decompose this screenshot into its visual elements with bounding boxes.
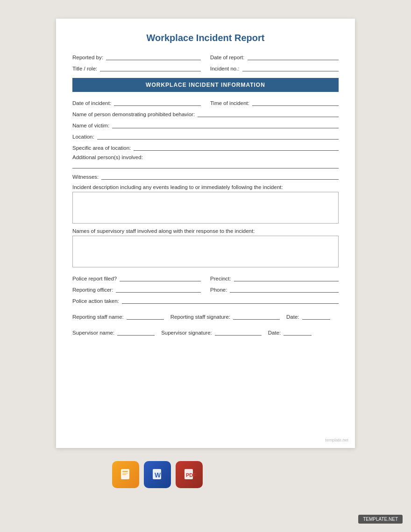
document-title: Workplace Incident Report — [72, 33, 339, 43]
phone-group: Phone: — [210, 285, 339, 293]
date-time-row: Date of incident: Time of incident: — [72, 98, 339, 106]
police-section: Police report filed? Precinct: Reporting… — [72, 274, 339, 304]
signature-section: Reporting staff name: Reporting staff si… — [72, 312, 339, 336]
pages-icon[interactable] — [112, 461, 139, 488]
specific-area-label: Specific area of location: — [72, 145, 131, 151]
supervisory-label: Names of supervisory staff involved alon… — [72, 228, 339, 234]
prohibited-behavior-row: Name of person demonstrating prohibited … — [72, 110, 339, 117]
pdf-icon[interactable]: PDF — [176, 461, 203, 488]
svg-rect-1 — [122, 471, 128, 472]
police-row-2: Reporting officer: Phone: — [72, 285, 339, 293]
phone-label: Phone: — [210, 287, 227, 293]
witnesses-line — [101, 172, 339, 180]
header-row-1: Reported by: Date of report: — [72, 53, 339, 60]
bottom-icons: W PDF — [56, 448, 355, 497]
supervisor-name-label: Supervisor name: — [72, 330, 114, 336]
specific-area-line — [134, 143, 339, 151]
date-incident-group: Date of incident: — [72, 98, 201, 106]
supervisory-wrapper: Names of supervisory staff involved alon… — [72, 228, 339, 267]
supervisor-sig-label: Supervisor signature: — [161, 330, 212, 336]
supervisor-date-line — [283, 328, 312, 336]
time-incident-label: Time of incident: — [210, 100, 249, 106]
supervisor-sig-row: Supervisor name: Supervisor signature: D… — [72, 328, 339, 336]
phone-line — [230, 285, 339, 293]
victim-line — [112, 121, 339, 128]
victim-row: Name of victim: — [72, 121, 339, 128]
supervisor-sig-line — [215, 328, 262, 336]
header-row-2: Title / role: Incident no.: — [72, 64, 339, 71]
reported-by-line — [106, 53, 201, 60]
police-report-group: Police report filed? — [72, 274, 201, 281]
location-label: Location: — [72, 134, 94, 140]
supervisor-sig-group: Supervisor signature: — [161, 328, 262, 336]
title-role-group: Title / role: — [72, 64, 201, 71]
template-badge: TEMPLATE.NET — [358, 515, 403, 524]
reporting-staff-name-group: Reporting staff name: — [72, 312, 164, 320]
police-row-1: Police report filed? Precinct: — [72, 274, 339, 281]
incident-no-group: Incident no.: — [210, 64, 339, 71]
reporting-staff-sig-line — [233, 312, 280, 320]
word-icon[interactable]: W — [144, 461, 171, 488]
reporting-staff-sig-group: Reporting staff signature: — [170, 312, 280, 320]
page-wrapper: Workplace Incident Report Reported by: D… — [0, 0, 411, 516]
location-row: Location: — [72, 132, 339, 140]
additional-persons-row: Additional person(s) involved: — [72, 154, 339, 160]
victim-label: Name of victim: — [72, 123, 109, 128]
location-line — [97, 132, 339, 140]
reporting-officer-group: Reporting officer: — [72, 285, 201, 293]
police-action-label: Police action taken: — [72, 298, 119, 304]
reporting-staff-sig-label: Reporting staff signature: — [170, 314, 230, 320]
reporting-staff-date-group: Date: — [286, 312, 330, 320]
date-of-report-line — [248, 53, 339, 60]
reporting-staff-sig-row: Reporting staff name: Reporting staff si… — [72, 312, 339, 320]
incident-no-label: Incident no.: — [210, 66, 240, 71]
police-report-label: Police report filed? — [72, 276, 117, 281]
reporting-date-label: Date: — [286, 314, 299, 320]
reporting-staff-name-label: Reporting staff name: — [72, 314, 124, 320]
document: Workplace Incident Report Reported by: D… — [56, 19, 355, 448]
reporting-officer-label: Reporting officer: — [72, 287, 113, 293]
svg-rect-2 — [122, 473, 128, 474]
precinct-line — [234, 274, 339, 281]
supervisor-date-label: Date: — [268, 330, 281, 336]
supervisor-name-group: Supervisor name: — [72, 328, 155, 336]
reported-by-group: Reported by: — [72, 53, 201, 60]
incident-desc-label: Incident description including any event… — [72, 184, 339, 190]
supervisor-date-group: Date: — [268, 328, 312, 336]
additional-persons-line-row — [72, 161, 339, 168]
incident-desc-wrapper: Incident description including any event… — [72, 184, 339, 224]
specific-area-row: Specific area of location: — [72, 143, 339, 151]
svg-text:PDF: PDF — [186, 472, 196, 478]
title-role-line — [100, 64, 201, 71]
incident-no-line — [242, 64, 339, 71]
incident-desc-box[interactable] — [72, 192, 339, 224]
additional-persons-wrapper: Additional person(s) involved: — [72, 154, 339, 168]
section-header: WORKPLACE INCIDENT INFORMATION — [72, 78, 339, 92]
watermark: template.net — [325, 438, 348, 442]
precinct-label: Precinct: — [210, 276, 231, 281]
date-of-report-group: Date of report: — [210, 53, 339, 60]
police-action-line — [122, 296, 339, 304]
reported-by-label: Reported by: — [72, 55, 103, 60]
reporting-staff-name-line — [127, 312, 164, 320]
witnesses-label: Witnesses: — [72, 174, 99, 180]
time-incident-group: Time of incident: — [210, 98, 339, 106]
svg-rect-3 — [122, 474, 126, 475]
additional-persons-line — [72, 161, 339, 168]
date-incident-line — [114, 98, 201, 106]
date-of-report-label: Date of report: — [210, 55, 245, 60]
precinct-group: Precinct: — [210, 274, 339, 281]
time-incident-line — [252, 98, 339, 106]
police-report-line — [120, 274, 201, 281]
witnesses-row: Witnesses: — [72, 172, 339, 180]
date-incident-label: Date of incident: — [72, 100, 111, 106]
title-role-label: Title / role: — [72, 66, 97, 71]
prohibited-behavior-line — [198, 110, 339, 117]
supervisor-name-line — [117, 328, 155, 336]
svg-text:W: W — [155, 471, 161, 479]
supervisory-box[interactable] — [72, 236, 339, 267]
reporting-officer-line — [116, 285, 201, 293]
reporting-date-line — [302, 312, 330, 320]
police-action-row: Police action taken: — [72, 296, 339, 304]
additional-persons-label: Additional person(s) involved: — [72, 154, 143, 160]
